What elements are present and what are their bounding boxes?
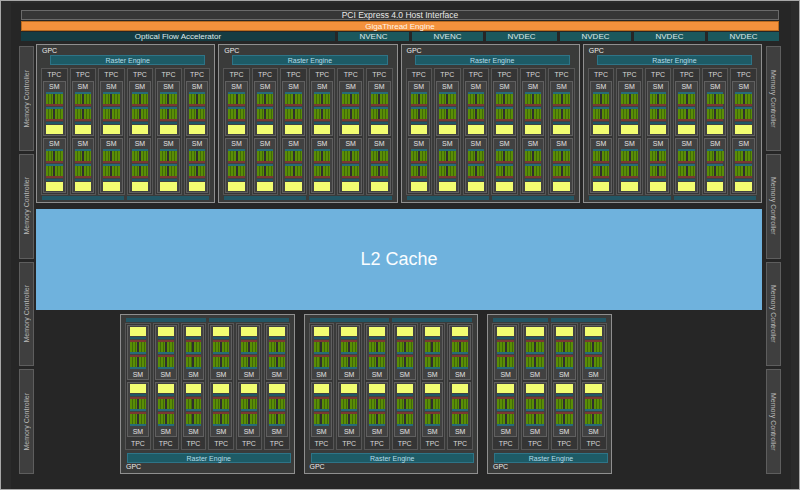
sm-core-half — [585, 414, 593, 424]
sm-scheduler-strip — [269, 424, 285, 426]
tpc-label: TPC — [493, 438, 518, 449]
tpc: TPCSMSM — [492, 323, 519, 450]
sm-subpartition — [678, 92, 695, 106]
sm-scheduler-strip — [241, 424, 257, 426]
sm-loadstore-strip — [314, 161, 331, 163]
sm-subpartition — [411, 107, 428, 121]
sm-block: SM — [582, 382, 605, 437]
sm-subpartition — [213, 340, 229, 354]
sm-tex-strip — [314, 394, 330, 396]
sm-body — [128, 326, 148, 370]
sm-core-grid — [496, 94, 513, 104]
sm-subpartition — [452, 355, 468, 369]
sm-block: SM — [590, 138, 613, 193]
sm-subpartition — [439, 107, 456, 121]
sm-loadstore-strip — [496, 176, 513, 178]
memory-controller-label: Memory Controller — [770, 393, 777, 451]
sm-subpartition — [75, 149, 92, 163]
sm-tex-strip — [228, 122, 245, 124]
sm-scheduler-strip — [186, 424, 202, 426]
sm-core-half — [468, 151, 475, 161]
sm-core-half — [621, 109, 628, 119]
sm-block: SM — [394, 382, 416, 437]
sm-body — [283, 148, 304, 192]
sm-core-half — [132, 166, 139, 176]
gpc-bottom-bar — [492, 196, 574, 200]
tpc: TPCSMSM — [673, 68, 700, 195]
sm-core-grid — [425, 357, 441, 367]
sm-body — [369, 91, 390, 135]
sm-subpartition — [397, 340, 413, 354]
sm-subpartition — [525, 149, 542, 163]
sm-core-half — [323, 94, 330, 104]
sm-loadstore-strip — [678, 161, 695, 163]
sm-tex-strip — [735, 179, 752, 181]
sm-core-half — [352, 109, 359, 119]
sm-core-grid — [314, 94, 331, 104]
sm-subpartition — [132, 149, 149, 163]
sm-tex-strip — [397, 337, 413, 339]
sm-core-grid — [425, 414, 441, 424]
sm-loadstore-strip — [314, 119, 331, 121]
sm-core-half — [132, 109, 139, 119]
sm-l1-cache — [553, 182, 570, 191]
memory-controller-segment: Memory Controller — [19, 154, 34, 259]
sm-core-half — [241, 357, 248, 367]
sm-core-half — [132, 94, 139, 104]
sm-l1-cache — [452, 384, 468, 393]
sm-core-half — [341, 399, 348, 409]
sm-block: SM — [618, 138, 641, 193]
sm-tex-strip — [46, 122, 63, 124]
sm-core-half — [602, 109, 609, 119]
sm-subpartition — [241, 397, 257, 411]
sm-core-half — [323, 166, 330, 176]
sm-scheduler-strip — [213, 367, 229, 369]
sm-core-half — [525, 109, 532, 119]
sm-core-grid — [285, 166, 302, 176]
sm-l1-cache — [241, 384, 257, 393]
sm-subpartition — [650, 92, 667, 106]
sm-core-half — [378, 399, 385, 409]
sm-core-half — [433, 342, 440, 352]
tpc: TPCSMSM — [616, 68, 643, 195]
tpc: TPCSMSM — [580, 323, 607, 450]
memory-controller-label: Memory Controller — [770, 70, 777, 128]
sm-block: SM — [590, 81, 613, 136]
sm-scheduler-strip — [314, 409, 330, 411]
sm-body — [184, 383, 204, 427]
sm-core-grid — [213, 414, 229, 424]
sm-block: SM — [183, 325, 205, 380]
sm-block: SM — [449, 382, 471, 437]
sm-loadstore-strip — [496, 104, 513, 106]
sm-core-half — [585, 342, 593, 352]
sm-body — [583, 326, 604, 370]
sm-block: SM — [493, 138, 516, 193]
sm-l1-cache — [285, 125, 302, 134]
sm-block: SM — [155, 382, 177, 437]
sm-label: SM — [283, 82, 304, 91]
sm-body — [524, 383, 545, 427]
sm-subpartition — [186, 355, 202, 369]
sm-core-half — [688, 109, 695, 119]
raster-engine-bar: Raster Engine — [232, 55, 387, 65]
sm-subpartition — [425, 397, 441, 411]
sm-block: SM — [436, 81, 459, 136]
sm-core-grid — [186, 414, 202, 424]
sm-subpartition — [213, 355, 229, 369]
sm-tex-strip — [341, 337, 357, 339]
sm-subpartition — [314, 412, 330, 426]
sm-block: SM — [72, 138, 95, 193]
sm-subpartition — [397, 412, 413, 426]
sm-core-half — [420, 109, 427, 119]
tpc-label: TPC — [42, 69, 67, 80]
sm-core-half — [130, 399, 137, 409]
sm-core-grid — [213, 357, 229, 367]
sm-scheduler-strip — [556, 352, 573, 354]
sm-core-grid — [621, 109, 638, 119]
sm-body — [44, 91, 65, 135]
sm-tex-strip — [556, 394, 573, 396]
sm-core-half — [139, 342, 146, 352]
sm-core-half — [238, 151, 245, 161]
sm-loadstore-strip — [75, 161, 92, 163]
sm-core-half — [371, 151, 378, 161]
